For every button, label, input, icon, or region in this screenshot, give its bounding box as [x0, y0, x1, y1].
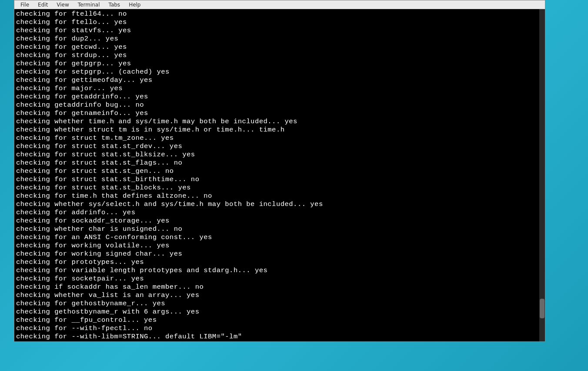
menu-terminal[interactable]: Terminal [74, 1, 104, 9]
terminal-output: checking for ftell64... no checking for … [14, 9, 545, 341]
menu-tabs[interactable]: Tabs [104, 1, 125, 9]
menu-file[interactable]: File [16, 1, 33, 9]
menu-view[interactable]: View [52, 1, 73, 9]
scrollbar-thumb[interactable] [540, 299, 545, 318]
menubar: File Edit View Terminal Tabs Help [14, 0, 545, 9]
menu-edit[interactable]: Edit [33, 1, 52, 9]
terminal-window: File Edit View Terminal Tabs Help checki… [14, 0, 545, 342]
terminal-body[interactable]: checking for ftell64... no checking for … [14, 9, 545, 341]
menu-help[interactable]: Help [124, 1, 145, 9]
scrollbar[interactable] [539, 9, 545, 341]
